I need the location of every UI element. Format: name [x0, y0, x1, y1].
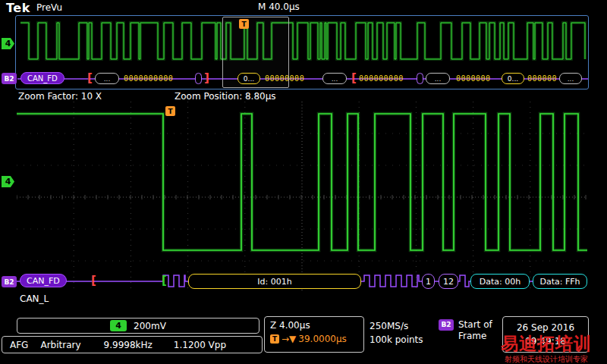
acquisition-readout: 250MS/s 100k points — [370, 319, 423, 347]
oscilloscope-screen: Tek PreVu M 40.0µs CAN_FD [...0000000000… — [0, 0, 607, 364]
decode-bits: 0000000 — [456, 74, 491, 83]
channel4-marker-overview[interactable]: 4 — [2, 38, 14, 49]
sample-rate: 250MS/s — [370, 319, 423, 333]
record-length: 100k points — [370, 333, 423, 347]
bus2-badge-footer[interactable]: B2 — [439, 319, 454, 331]
time-readout: 09:49:18 — [503, 334, 588, 348]
bus2-marker-main[interactable]: B2 — [2, 276, 17, 287]
afg-mode: Arbitrary — [40, 340, 80, 350]
decode-bracket: [ — [351, 71, 357, 85]
bus2-marker-overview[interactable]: B2 — [2, 73, 17, 84]
watermark-line2: 射频和天线设计培训专家 — [486, 355, 607, 364]
decode-box: 12 — [439, 274, 458, 289]
overview-waveform — [17, 17, 587, 67]
afg-label: AFG — [10, 340, 28, 350]
decode-bracket: [ — [91, 274, 96, 287]
bus-decode-row: CAN_FD [[Id: 001h112Data: 00hData: FFh — [17, 271, 587, 291]
trigger-icon: T — [270, 334, 279, 344]
zoom-waveform-view[interactable]: T — [17, 102, 587, 293]
decode-box: 1 — [422, 274, 435, 289]
afg-readout-box[interactable]: AFG Arbitrary 9.9998kHz 1.1200 Vpp — [2, 336, 263, 353]
timebase-readout[interactable]: M 40.0µs — [258, 2, 300, 12]
signal-label: CAN_L — [20, 293, 49, 304]
zoom-info-bar: Zoom Factor: 10 X Zoom Position: 8.80µs — [0, 91, 607, 102]
decode-box — [195, 73, 202, 84]
datetime-box: 26 Sep 2016 09:49:18 — [502, 316, 589, 353]
bus-decode-label[interactable]: CAN_FD — [20, 274, 67, 287]
decode-box — [417, 73, 423, 84]
decode-bits: 0000000000 — [124, 74, 173, 83]
waveform-overview[interactable]: CAN_FD [...0000000000]0...00000000...[00… — [15, 15, 589, 89]
trigger-arrow-icon: →▼ — [281, 334, 296, 344]
decode-box: Data: FFh — [533, 274, 587, 289]
channel4-badge[interactable]: 4 — [110, 320, 127, 331]
trigger-delay-row: T →▼ 39.0000µs — [270, 334, 358, 344]
decode-box: ... — [322, 73, 347, 84]
decode-box: ... — [559, 73, 582, 84]
decode-bits: 000000000 — [359, 74, 404, 83]
decode-box: ... — [95, 73, 119, 84]
decode-bracket: [ — [87, 71, 93, 85]
trigger-marker-main[interactable]: T — [165, 106, 175, 116]
trigger-delay-readout: 39.0000µs — [298, 334, 347, 344]
decode-box: 0... — [237, 73, 260, 84]
decode-box: Data: 00h — [470, 274, 530, 289]
tek-logo: Tek — [6, 1, 30, 15]
trigger-marker-overview[interactable]: T — [239, 19, 249, 29]
bus-trigger-line1: Start of — [458, 319, 492, 331]
decode-bracket: [ — [162, 274, 167, 287]
decode-bits: 00000000 — [265, 74, 304, 83]
afg-frequency: 9.9998kHz — [104, 340, 153, 350]
zoom-factor-readout[interactable]: Zoom Factor: 10 X — [18, 91, 102, 102]
channel4-readout-box[interactable]: 4 200mV — [17, 318, 259, 334]
decode-bracket: ] — [204, 71, 209, 85]
main-waveform — [17, 102, 587, 293]
decode-bits: 000000 — [527, 74, 557, 83]
afg-amplitude: 1.1200 Vpp — [174, 340, 226, 350]
zoom-scale-box[interactable]: Z 4.00µs T →▼ 39.0000µs — [264, 316, 364, 353]
acquisition-status: PreVu — [36, 2, 62, 13]
overview-bus-row: CAN_FD [...0000000000]0...00000000...[00… — [17, 69, 588, 89]
decode-box: Id: 001h — [188, 274, 361, 289]
decode-box: 0... — [502, 73, 524, 84]
zoom-position-readout[interactable]: Zoom Position: 8.80µs — [175, 91, 276, 102]
zoom-scale-readout: Z 4.00µs — [270, 320, 358, 331]
channel4-scale: 200mV — [134, 321, 166, 331]
decode-box: ... — [426, 73, 450, 84]
bus-trigger-readout[interactable]: B2 Start of Frame — [439, 319, 492, 342]
bus-trigger-line2: Frame — [458, 331, 492, 342]
overview-bus-label[interactable]: CAN_FD — [20, 72, 64, 84]
date-readout: 26 Sep 2016 — [503, 321, 588, 334]
channel4-marker-main[interactable]: 4 — [2, 176, 14, 187]
